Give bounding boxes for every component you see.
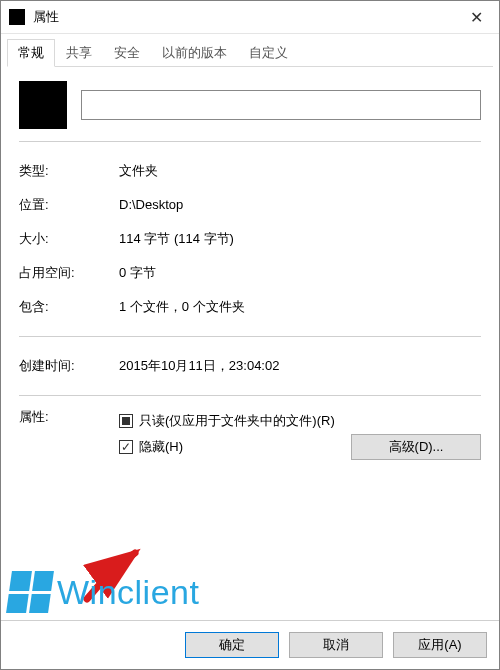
tab-customize[interactable]: 自定义 [238, 39, 299, 66]
tab-content-general: 类型: 文件夹 位置: D:\Desktop 大小: 114 字节 (114 字… [1, 67, 499, 620]
contains-value: 1 个文件，0 个文件夹 [119, 296, 481, 318]
ok-button[interactable]: 确定 [185, 632, 279, 658]
tab-strip: 常规 共享 安全 以前的版本 自定义 [1, 34, 499, 66]
properties-dialog: 属性 ✕ 常规 共享 安全 以前的版本 自定义 类型: 文件夹 位置: D:\D… [0, 0, 500, 670]
separator [19, 395, 481, 396]
created-value: 2015年10月11日，23:04:02 [119, 355, 481, 377]
contains-label: 包含: [19, 296, 119, 318]
checkbox-checked-icon [119, 440, 133, 454]
cancel-button[interactable]: 取消 [289, 632, 383, 658]
advanced-button[interactable]: 高级(D)... [351, 434, 481, 460]
attributes-label: 属性: [19, 408, 119, 426]
created-label: 创建时间: [19, 355, 119, 377]
separator [19, 336, 481, 337]
hidden-checkbox-row[interactable]: 隐藏(H) [119, 434, 183, 460]
app-icon [9, 9, 25, 25]
location-label: 位置: [19, 194, 119, 216]
folder-name-input[interactable] [81, 90, 481, 120]
close-icon: ✕ [470, 8, 483, 27]
close-button[interactable]: ✕ [453, 1, 499, 33]
size-label: 大小: [19, 228, 119, 250]
size-on-disk-value: 0 字节 [119, 262, 481, 284]
apply-button[interactable]: 应用(A) [393, 632, 487, 658]
tab-general[interactable]: 常规 [7, 39, 55, 67]
checkbox-indeterminate-icon [119, 414, 133, 428]
type-value: 文件夹 [119, 160, 481, 182]
tab-sharing[interactable]: 共享 [55, 39, 103, 66]
dialog-button-bar: 确定 取消 应用(A) [1, 620, 499, 669]
folder-icon [19, 81, 67, 129]
location-value: D:\Desktop [119, 194, 481, 216]
annotation-arrow-icon [79, 547, 159, 607]
size-value: 114 字节 (114 字节) [119, 228, 481, 250]
readonly-checkbox-label: 只读(仅应用于文件夹中的文件)(R) [139, 412, 335, 430]
hidden-checkbox-label: 隐藏(H) [139, 438, 183, 456]
separator [19, 141, 481, 142]
tab-previous-versions[interactable]: 以前的版本 [151, 39, 238, 66]
tab-security[interactable]: 安全 [103, 39, 151, 66]
type-label: 类型: [19, 160, 119, 182]
readonly-checkbox-row[interactable]: 只读(仅应用于文件夹中的文件)(R) [119, 408, 481, 434]
titlebar: 属性 ✕ [1, 1, 499, 34]
size-on-disk-label: 占用空间: [19, 262, 119, 284]
window-title: 属性 [33, 8, 453, 26]
